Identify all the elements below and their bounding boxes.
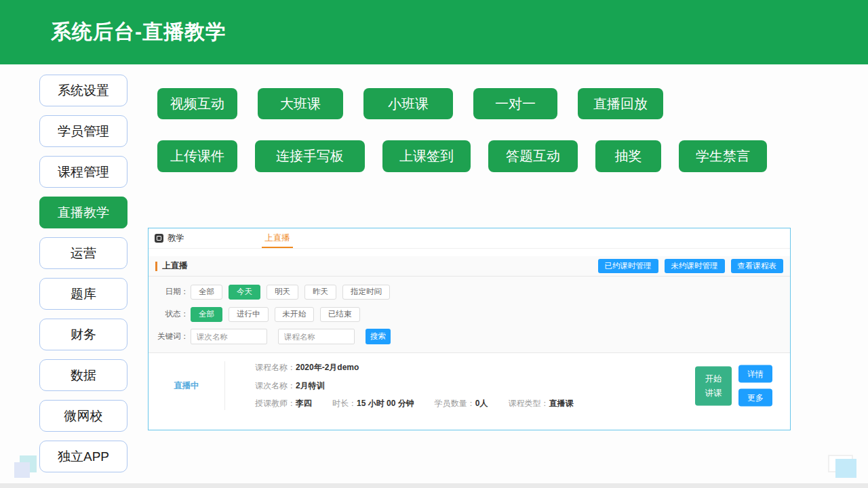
lesson-name-value: 2月特训 bbox=[296, 380, 325, 392]
date-option-today[interactable]: 今天 bbox=[229, 285, 260, 300]
feature-video-interaction[interactable]: 视频互动 bbox=[157, 88, 237, 119]
decor-square-lavender bbox=[14, 462, 30, 478]
row-divider bbox=[224, 361, 225, 410]
status-filter-label: 状态： bbox=[155, 309, 189, 319]
sidebar: 系统设置 学员管理 课程管理 直播教学 运营 题库 财务 数据 微网校 独立AP… bbox=[39, 75, 127, 472]
course-details: 课程名称： 2020年-2月demo 课次名称： 2月特训 授课教师：李四 时长… bbox=[255, 359, 593, 413]
students-value: 0人 bbox=[475, 399, 488, 408]
teaching-app-icon bbox=[155, 234, 163, 243]
feature-row-2: 上传课件 连接手写板 上课签到 答题互动 抽奖 学生禁言 bbox=[157, 140, 767, 172]
status-option-ended[interactable]: 已结束 bbox=[320, 307, 360, 322]
feature-buttons: 视频互动 大班课 小班课 一对一 直播回放 上传课件 连接手写板 上课签到 答题… bbox=[157, 88, 767, 172]
feature-lucky-draw[interactable]: 抽奖 bbox=[595, 140, 661, 172]
page-title: 系统后台-直播教学 bbox=[51, 18, 226, 46]
feature-mute-students[interactable]: 学生禁言 bbox=[679, 140, 767, 172]
panel-tabbar: 教学 上直播 bbox=[149, 228, 790, 249]
feature-quiz-interaction[interactable]: 答题互动 bbox=[488, 140, 578, 172]
course-type-label: 课程类型： bbox=[508, 399, 549, 408]
page-header: 系统后台-直播教学 bbox=[0, 0, 868, 64]
teacher-label: 授课教师： bbox=[255, 399, 296, 408]
filter-area: 日期： 全部 今天 明天 昨天 指定时间 状态： 全部 进行中 未开始 已结束 … bbox=[149, 277, 790, 353]
search-button[interactable]: 搜索 bbox=[366, 329, 391, 344]
feature-connect-tablet[interactable]: 连接手写板 bbox=[255, 140, 365, 172]
course-row: 直播中 课程名称： 2020年-2月demo 课次名称： 2月特训 授课教师：李… bbox=[149, 353, 790, 418]
feature-row-1: 视频互动 大班课 小班课 一对一 直播回放 bbox=[157, 88, 767, 119]
keyword-filter-label: 关键词： bbox=[155, 331, 189, 342]
booked-lessons-button[interactable]: 已约课时管理 bbox=[598, 259, 658, 273]
admin-panel: 教学 上直播 上直播 已约课时管理 未约课时管理 查看课程表 日期： 全部 今天… bbox=[148, 228, 791, 430]
secondary-actions: 详情 更多 bbox=[738, 365, 772, 407]
teacher-value: 李四 bbox=[296, 399, 312, 408]
course-meta-line: 授课教师：李四 时长：15 小时 00 分钟 学员数量：0人 课程类型：直播课 bbox=[255, 394, 593, 413]
more-button[interactable]: 更多 bbox=[738, 389, 772, 407]
unbooked-lessons-button[interactable]: 未约课时管理 bbox=[665, 259, 725, 273]
sidebar-item-operations[interactable]: 运营 bbox=[39, 237, 127, 269]
teaching-app-icon-glyph bbox=[157, 236, 161, 241]
students-label: 学员数量： bbox=[435, 399, 475, 408]
course-name-label: 课程名称： bbox=[255, 362, 296, 373]
course-name-value: 2020年-2月demo bbox=[296, 362, 359, 373]
section-header: 上直播 已约课时管理 未约课时管理 查看课程表 bbox=[149, 256, 790, 277]
section-accent-bar bbox=[155, 262, 157, 271]
tab-go-live-label: 上直播 bbox=[264, 232, 290, 244]
status-filter-row: 状态： 全部 进行中 未开始 已结束 bbox=[155, 306, 783, 322]
app-name: 教学 bbox=[167, 232, 184, 244]
feature-small-class[interactable]: 小班课 bbox=[363, 88, 453, 119]
feature-large-class[interactable]: 大班课 bbox=[258, 88, 343, 119]
date-option-all[interactable]: 全部 bbox=[191, 285, 222, 300]
sidebar-item-micro-school[interactable]: 微网校 bbox=[39, 400, 127, 432]
lesson-name-input[interactable] bbox=[191, 329, 267, 344]
students-pair: 学员数量：0人 bbox=[435, 398, 488, 409]
sidebar-item-course-management[interactable]: 课程管理 bbox=[39, 156, 127, 188]
duration-value: 15 小时 00 分钟 bbox=[357, 399, 414, 408]
course-type-value: 直播课 bbox=[549, 399, 573, 408]
panel-spacer bbox=[149, 249, 790, 256]
keyword-filter-row: 关键词： 搜索 bbox=[155, 329, 783, 344]
feature-class-checkin[interactable]: 上课签到 bbox=[382, 140, 471, 172]
duration-label: 时长： bbox=[332, 399, 357, 408]
row-actions: 开始讲课 详情 更多 bbox=[695, 365, 772, 407]
bottom-strip bbox=[0, 483, 868, 488]
live-status-badge: 直播中 bbox=[149, 380, 224, 392]
feature-upload-courseware[interactable]: 上传课件 bbox=[157, 140, 237, 172]
status-option-not-started[interactable]: 未开始 bbox=[275, 307, 315, 322]
teacher-pair: 授课教师：李四 bbox=[255, 398, 312, 409]
date-filter-label: 日期： bbox=[155, 287, 189, 297]
section-header-actions: 已约课时管理 未约课时管理 查看课程表 bbox=[598, 259, 784, 273]
sidebar-item-question-bank[interactable]: 题库 bbox=[39, 278, 127, 310]
tab-go-live[interactable]: 上直播 bbox=[264, 228, 290, 248]
decor-square-blue bbox=[835, 459, 856, 478]
active-tab-underline bbox=[262, 247, 293, 248]
sidebar-item-standalone-app[interactable]: 独立APP bbox=[39, 441, 127, 472]
sidebar-item-live-teaching[interactable]: 直播教学 bbox=[39, 197, 127, 228]
feature-one-on-one[interactable]: 一对一 bbox=[473, 88, 557, 119]
status-option-ongoing[interactable]: 进行中 bbox=[229, 307, 269, 322]
lesson-name-line: 课次名称： 2月特训 bbox=[255, 377, 593, 395]
feature-live-replay[interactable]: 直播回放 bbox=[578, 88, 663, 119]
lesson-name-label: 课次名称： bbox=[255, 380, 296, 392]
sidebar-item-system-settings[interactable]: 系统设置 bbox=[39, 75, 127, 106]
sidebar-item-data[interactable]: 数据 bbox=[39, 359, 127, 391]
date-filter-row: 日期： 全部 今天 明天 昨天 指定时间 bbox=[155, 284, 783, 300]
view-schedule-button[interactable]: 查看课程表 bbox=[731, 259, 784, 273]
start-teaching-button[interactable]: 开始讲课 bbox=[695, 366, 732, 405]
sidebar-item-student-management[interactable]: 学员管理 bbox=[39, 115, 127, 147]
course-name-input[interactable] bbox=[278, 329, 355, 344]
date-option-custom[interactable]: 指定时间 bbox=[342, 285, 390, 300]
duration-pair: 时长：15 小时 00 分钟 bbox=[332, 398, 414, 409]
date-option-yesterday[interactable]: 昨天 bbox=[304, 285, 336, 300]
status-option-all[interactable]: 全部 bbox=[191, 307, 222, 322]
course-type-pair: 课程类型：直播课 bbox=[508, 398, 573, 409]
sidebar-item-finance[interactable]: 财务 bbox=[39, 319, 127, 350]
section-title: 上直播 bbox=[162, 260, 188, 272]
date-option-tomorrow[interactable]: 明天 bbox=[267, 285, 298, 300]
detail-button[interactable]: 详情 bbox=[738, 365, 772, 383]
course-name-line: 课程名称： 2020年-2月demo bbox=[255, 359, 593, 377]
